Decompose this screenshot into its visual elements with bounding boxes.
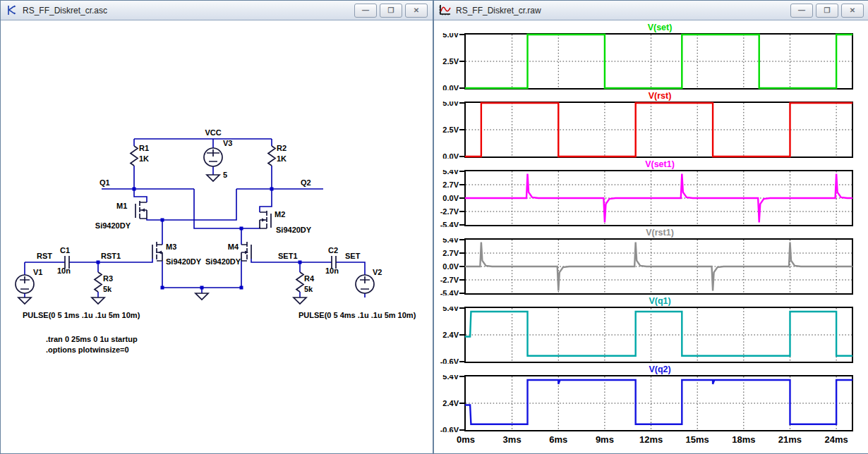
svg-text:5.4V: 5.4V: [442, 238, 459, 244]
schematic-label: R4: [304, 274, 315, 283]
schematic-label: Si9420DY: [95, 221, 131, 230]
time-axis-tick-label: 18ms: [728, 434, 759, 445]
schematic-label: 5k: [304, 285, 313, 293]
time-axis-labels: 0ms3ms6ms9ms12ms15ms18ms21ms24ms: [436, 433, 868, 448]
schematic-label: SET1: [278, 252, 298, 260]
restore-button[interactable]: ❐: [816, 4, 838, 18]
svg-text:2.7V: 2.7V: [442, 180, 459, 189]
schematic-label: Si9420DY: [276, 226, 312, 234]
time-axis-tick-label: 9ms: [589, 434, 620, 445]
ltspice-app: RS_FF_Diskret_cr.asc — ❐ ✕ VCCV35R11KR21…: [0, 0, 868, 454]
close-button[interactable]: ✕: [841, 4, 864, 18]
trace-title[interactable]: V(q1): [436, 296, 855, 307]
waveform-file-icon: [439, 4, 451, 16]
schematic-label: 5k: [103, 285, 112, 293]
schematic-label: 5: [223, 171, 227, 179]
schematic-label: M4: [228, 243, 239, 251]
svg-text:5.0V: 5.0V: [442, 102, 459, 107]
schematic-label: Q2: [301, 178, 311, 187]
schematic-label: RST1: [101, 252, 121, 260]
schematic-label: .options plotwinsize=0: [46, 345, 129, 354]
waveform-trace-V(q2): [466, 380, 852, 424]
plot-pane-V(q1)[interactable]: V(q1)5.4V2.4V-0.6V: [436, 296, 855, 364]
schematic-file-icon: [6, 4, 18, 16]
schematic-window: RS_FF_Diskret_cr.asc — ❐ ✕ VCCV35R11KR21…: [0, 0, 433, 454]
waveform-titlebar[interactable]: RS_FF_Diskret_cr.raw — ❐ ✕: [434, 1, 868, 20]
svg-text:5.4V: 5.4V: [442, 170, 459, 176]
trace-title[interactable]: V(rst): [436, 91, 855, 102]
close-button[interactable]: ✕: [405, 4, 428, 18]
svg-text:2.5V: 2.5V: [442, 125, 459, 134]
schematic-labels: VCCV35R11KR21KQ1Q2M1Si9420DYM2Si9420DYM3…: [23, 128, 416, 354]
svg-text:-2.7V: -2.7V: [440, 276, 459, 284]
svg-text:2.4V: 2.4V: [442, 399, 459, 407]
plot-panes: V(set)5.0V2.5V0.0VV(rst)5.0V2.5V0.0VV(se…: [435, 20, 868, 453]
time-axis-tick-label: 21ms: [774, 434, 805, 445]
trace-title[interactable]: V(q2): [436, 364, 855, 375]
svg-text:5.4V: 5.4V: [442, 307, 459, 312]
minimize-button[interactable]: —: [790, 4, 813, 18]
schematic-label: R2: [277, 144, 287, 152]
svg-text:2.4V: 2.4V: [442, 331, 459, 339]
svg-text:2.5V: 2.5V: [442, 57, 459, 66]
plot-pane-V(rst)[interactable]: V(rst)5.0V2.5V0.0V: [436, 91, 855, 159]
svg-text:2.7V: 2.7V: [442, 249, 459, 257]
waveform-trace-V(set1): [466, 174, 852, 223]
schematic-label: R1: [139, 144, 149, 152]
time-axis-tick-label: 15ms: [682, 434, 713, 445]
schematic-label: Si9420DY: [166, 257, 202, 266]
svg-text:0.0V: 0.0V: [442, 152, 459, 159]
waveform-window: RS_FF_Diskret_cr.raw — ❐ ✕ V(set)5.0V2.5…: [433, 0, 868, 454]
time-axis-tick-label: 12ms: [636, 434, 667, 445]
schematic-label: V3: [223, 139, 232, 147]
svg-text:-0.6V: -0.6V: [440, 426, 459, 432]
schematic-label: V1: [33, 268, 42, 276]
schematic-label: V2: [373, 268, 382, 276]
time-axis-tick-label: 0ms: [450, 434, 481, 445]
svg-text:0.0V: 0.0V: [442, 262, 459, 271]
trace-title[interactable]: V(set1): [436, 159, 855, 170]
time-axis-tick-label: 6ms: [543, 434, 574, 445]
schematic-label: Si9420DY: [205, 257, 241, 266]
plot-pane-V(set1)[interactable]: V(set1)5.4V2.7V0.0V-2.7V-5.4V: [436, 159, 855, 228]
schematic-drawing: VCCV35R11KR21KQ1Q2M1Si9420DYM2Si9420DYM3…: [1, 20, 432, 453]
schematic-label: M3: [166, 243, 176, 251]
schematic-label: VCC: [205, 128, 221, 137]
schematic-label: 10n: [325, 266, 339, 275]
trace-title[interactable]: V(set): [436, 23, 855, 33]
schematic-label: 10n: [57, 266, 71, 275]
schematic-titlebar[interactable]: RS_FF_Diskret_cr.asc — ❐ ✕: [1, 1, 433, 20]
time-axis-tick-label: 24ms: [821, 434, 852, 445]
schematic-label: R3: [103, 274, 113, 283]
plot-pane-V(rst1)[interactable]: V(rst1)5.4V2.7V0.0V-2.7V-5.4V: [436, 228, 855, 296]
schematic-label: M1: [116, 202, 127, 210]
schematic-label: PULSE(0 5 1ms .1u .1u 5m 10m): [23, 311, 140, 319]
svg-text:-5.4V: -5.4V: [440, 289, 459, 295]
waveform-trace-V(q1): [466, 312, 852, 356]
schematic-label: C1: [60, 246, 70, 254]
schematic-label: PULSE(0 5 4ms .1u .1u 5m 10m): [299, 311, 416, 319]
schematic-canvas[interactable]: VCCV35R11KR21KQ1Q2M1Si9420DYM2Si9420DYM3…: [1, 20, 432, 453]
schematic-label: M2: [275, 210, 285, 219]
schematic-label: .tran 0 25ms 0 1u startup: [46, 335, 138, 343]
svg-text:5.0V: 5.0V: [442, 33, 459, 39]
schematic-label: RST: [37, 252, 52, 260]
svg-text:-5.4V: -5.4V: [440, 221, 459, 227]
restore-button[interactable]: ❐: [380, 4, 402, 18]
svg-text:-0.6V: -0.6V: [440, 357, 459, 364]
waveform-window-title: RS_FF_Diskret_cr.raw: [456, 6, 541, 16]
time-axis-tick-label: 3ms: [497, 434, 528, 445]
trace-title[interactable]: V(rst1): [436, 228, 855, 238]
schematic-label: C2: [328, 246, 338, 254]
minimize-button[interactable]: —: [354, 4, 377, 18]
plot-pane-V(set)[interactable]: V(set)5.0V2.5V0.0V: [436, 23, 855, 91]
schematic-label: Q1: [100, 178, 110, 187]
plot-pane-V(q2)[interactable]: V(q2)5.4V2.4V-0.6V: [436, 364, 855, 433]
schematic-label: 1K: [277, 154, 287, 163]
svg-text:0.0V: 0.0V: [442, 84, 459, 90]
svg-text:5.4V: 5.4V: [442, 375, 459, 381]
schematic-label: 1K: [139, 154, 149, 163]
svg-text:0.0V: 0.0V: [442, 194, 459, 202]
mosfet-arrows: [141, 209, 265, 254]
waveform-viewer[interactable]: V(set)5.0V2.5V0.0VV(rst)5.0V2.5V0.0VV(se…: [435, 20, 868, 453]
